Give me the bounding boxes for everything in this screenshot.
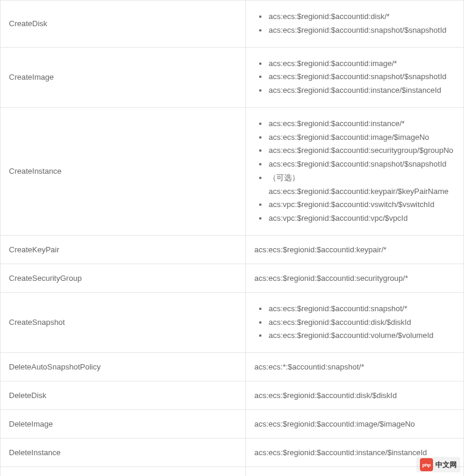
table-row: CreateImageacs:ecs:$regionid:$accountid:… <box>1 47 464 107</box>
resource-cell: acs:ecs:*:$accountid:snapshot/* <box>246 353 464 381</box>
action-cell: CreateKeyPair <box>1 235 246 264</box>
resource-text: acs:ecs:$regionid:$accountid:image/$imag… <box>254 419 415 428</box>
resource-item: acs:ecs:$regionid:$accountid:instance/$i… <box>254 84 455 98</box>
resource-cell: acs:ecs:$regionid:$accountid:disk/*acs:e… <box>246 1 464 48</box>
action-cell: DeleteInstance <box>1 439 246 467</box>
resource-item: （可选）acs:ecs:$regionid:$accountid:keypair… <box>254 171 455 199</box>
table-row: CreateDiskacs:ecs:$regionid:$accountid:d… <box>1 1 464 48</box>
resource-cell: acs:ecs:$regionid:$accountid:image/*acs:… <box>246 47 464 107</box>
table-row: DeleteImageacs:ecs:$regionid:$accountid:… <box>1 410 464 439</box>
resource-list: acs:ecs:$regionid:$accountid:instance/*a… <box>254 117 455 226</box>
action-cell: CreateSnapshot <box>1 292 246 352</box>
resource-text: acs:ecs:*:$accountid:snapshot/* <box>254 362 364 371</box>
table-row: DeleteDiskacs:ecs:$regionid:$accountid:d… <box>1 381 464 410</box>
resource-item: acs:ecs:$regionid:$accountid:image/$imag… <box>254 131 455 145</box>
table-row: CreateSnapshotacs:ecs:$regionid:$account… <box>1 292 464 352</box>
resource-item: acs:ecs:$regionid:$accountid:snapshot/$s… <box>254 158 455 171</box>
resource-item: acs:ecs:$regionid:$accountid:securitygro… <box>254 144 455 158</box>
resource-list: acs:ecs:$regionid:$accountid:disk/*acs:e… <box>254 10 455 37</box>
php-logo: php <box>420 458 433 471</box>
resource-cell: acs:ecs:$regionid:$accountid:disk/$diskI… <box>246 381 464 410</box>
action-cell: CreateImage <box>1 47 246 107</box>
resource-item: acs:ecs:$regionid:$accountid:snapshot/$s… <box>254 70 455 84</box>
resource-item: acs:vpc:$regionid:$accountid:vpc/$vpcId <box>254 212 455 226</box>
action-cell: CreateDisk <box>1 1 246 48</box>
resource-text: acs:ecs:$regionid:$accountid:keypair/* <box>254 245 387 254</box>
resource-item: acs:ecs:$regionid:$accountid:volume/$vol… <box>254 329 455 343</box>
api-resource-table: CreateDiskacs:ecs:$regionid:$accountid:d… <box>0 0 464 476</box>
resource-item: acs:ecs:$regionid:$accountid:snapshot/$s… <box>254 24 455 37</box>
resource-cell: acs:ecs:$regionid:$accountid:keypair/* <box>246 235 464 264</box>
resource-cell: acs:ecs:$regionid:$accountid:instance/*a… <box>246 107 464 235</box>
resource-text: acs:ecs:$regionid:$accountid:securitygro… <box>254 274 408 283</box>
resource-list: acs:ecs:$regionid:$accountid:snapshot/*a… <box>254 302 455 343</box>
resource-text: acs:ecs:$regionid:$accountid:instance/$i… <box>254 448 427 457</box>
action-cell: DeleteImage <box>1 410 246 439</box>
resource-item: acs:ecs:$regionid:$accountid:image/* <box>254 57 455 71</box>
table-row: CreateSecurityGroupacs:ecs:$regionid:$ac… <box>1 264 464 292</box>
resource-item: acs:ecs:$regionid:$accountid:instance/* <box>254 117 455 131</box>
action-cell: DeleteDisk <box>1 381 246 410</box>
resource-list: acs:ecs:$regionid:$accountid:image/*acs:… <box>254 57 455 98</box>
resource-item: acs:vpc:$regionid:$accountid:vswitch/$vs… <box>254 198 455 212</box>
action-cell: DeleteAutoSnapshotPolicy <box>1 353 246 381</box>
watermark-label: 中文网 <box>435 460 457 470</box>
resource-item: acs:ecs:$regionid:$accountid:disk/* <box>254 10 455 24</box>
table-row: CreateKeyPairacs:ecs:$regionid:$accounti… <box>1 235 464 264</box>
watermark: php 中文网 <box>416 457 460 472</box>
resource-item: acs:ecs:$regionid:$accountid:snapshot/* <box>254 302 455 316</box>
resource-item: acs:ecs:$regionid:$accountid:disk/$diskI… <box>254 316 455 330</box>
table-row: DeleteAutoSnapshotPolicyacs:ecs:*:$accou… <box>1 353 464 381</box>
action-cell: CreateInstance <box>1 107 246 235</box>
resource-cell: acs:ecs:$regionid:$accountid:snapshot/*a… <box>246 292 464 352</box>
table-row: DeleteKeyPairsacs:ecs:$regionid:$account… <box>1 467 464 477</box>
action-cell: DeleteKeyPairs <box>1 467 246 477</box>
table-row: CreateInstanceacs:ecs:$regionid:$account… <box>1 107 464 235</box>
resource-cell: acs:ecs:$regionid:$accountid:image/$imag… <box>246 410 464 439</box>
resource-text: acs:ecs:$regionid:$accountid:disk/$diskI… <box>254 391 397 400</box>
resource-cell: acs:ecs:$regionid:$accountid:securitygro… <box>246 264 464 292</box>
table-row: DeleteInstanceacs:ecs:$regionid:$account… <box>1 439 464 467</box>
action-cell: CreateSecurityGroup <box>1 264 246 292</box>
